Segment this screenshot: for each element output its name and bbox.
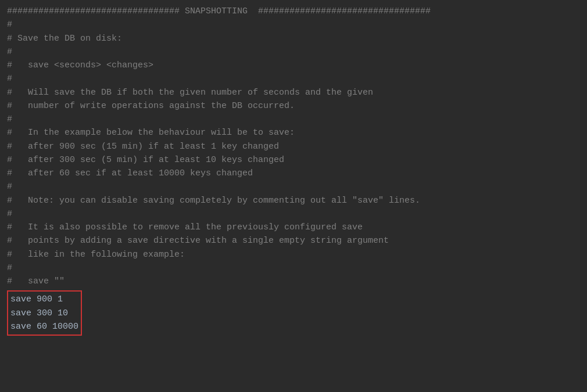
code-line: # like in the following example: [7,248,580,261]
code-line: # save <seconds> <changes> [7,59,580,72]
code-line: # after 300 sec (5 min) if at least 10 k… [7,153,580,167]
code-editor: ################################# SNAPSH… [0,0,587,392]
code-line: ################################# SNAPSH… [7,5,580,18]
code-line: # [7,45,580,59]
code-line: # In the example below the behaviour wil… [7,126,580,139]
code-line: # after 900 sec (15 min) if at least 1 k… [7,140,580,153]
code-line: # [7,180,580,193]
code-line: # It is also possible to remove all the … [7,221,580,234]
code-line: # Will save the DB if both the given num… [7,86,580,99]
highlighted-code-line: save 900 1 [10,293,78,306]
code-line: # [7,207,580,221]
code-line: # [7,18,580,31]
code-line: # number of write operations against the… [7,99,580,113]
code-line: # after 60 sec if at least 10000 keys ch… [7,167,580,180]
code-line: # save "" [7,275,580,288]
highlighted-code-line: save 300 10 [10,307,78,320]
code-line: # Save the DB on disk: [7,32,580,45]
code-line: # [7,261,580,275]
code-line: # points by adding a save directive with… [7,234,580,247]
code-line: # [7,113,580,126]
highlighted-code-line: save 60 10000 [10,320,78,333]
highlighted-save-block: save 900 1save 300 10save 60 10000 [7,290,82,336]
code-line: # Note: you can disable saving completel… [7,194,580,207]
code-line: # [7,72,580,85]
